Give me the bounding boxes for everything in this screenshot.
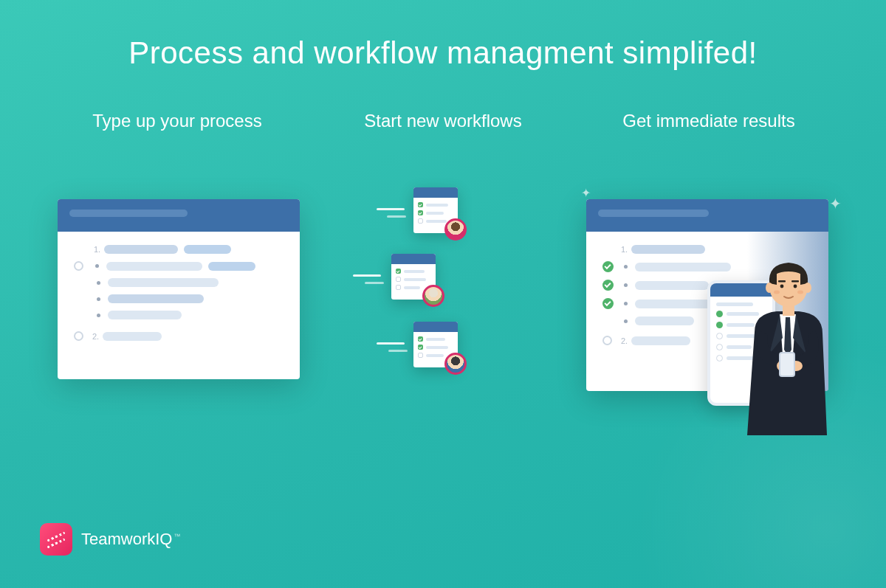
sparkle-icon: ✦ (581, 186, 591, 200)
headline: Process and workflow managment simplifed… (0, 35, 886, 71)
list-number: 1. (621, 245, 631, 254)
svg-point-5 (766, 283, 773, 293)
list-number: 2. (621, 336, 631, 345)
radio-icon (74, 331, 83, 341)
brand-name-part1: Teamwork (81, 530, 155, 548)
check-done-icon (602, 280, 614, 291)
check-done-icon (602, 261, 614, 272)
logo-icon (40, 523, 72, 556)
illustration-stage: 1. 2. (0, 192, 886, 487)
svg-point-8 (794, 285, 797, 288)
check-icon (418, 336, 423, 342)
feature-columns: Type up your process Start new workflows… (0, 111, 886, 131)
svg-rect-9 (778, 280, 786, 283)
sparkle-icon: ✦ (829, 195, 842, 212)
check-icon (396, 269, 401, 274)
motion-line (388, 350, 408, 352)
workflow-card (413, 187, 458, 233)
column-title: Type up your process (44, 111, 310, 131)
column-start-workflows: Start new workflows (310, 111, 576, 131)
avatar-icon (444, 353, 467, 375)
motion-line (377, 208, 405, 210)
column-title: Start new workflows (310, 111, 576, 131)
motion-line (377, 342, 405, 345)
column-title: Get immediate results (576, 111, 842, 131)
check-icon (716, 311, 723, 317)
svg-rect-10 (791, 280, 799, 283)
avatar-icon (422, 285, 444, 307)
brand-name-part2: IQ (155, 530, 172, 548)
svg-point-12 (797, 291, 803, 294)
trademark: ™ (174, 533, 180, 540)
workflow-card (391, 254, 436, 300)
radio-icon (602, 336, 612, 345)
motion-line (387, 215, 406, 218)
card-body: 1. 2. (58, 232, 300, 364)
workflow-card (413, 322, 458, 367)
svg-rect-2 (780, 353, 794, 376)
list-number: 1. (94, 245, 104, 254)
brand-footer: TeamworkIQ™ (40, 523, 180, 556)
check-done-icon (602, 298, 614, 309)
check-icon (418, 210, 423, 215)
businessman-illustration (725, 243, 843, 435)
svg-point-7 (780, 285, 784, 288)
motion-line (365, 282, 384, 284)
logo-text: TeamworkIQ™ (81, 530, 180, 549)
card-header (58, 199, 300, 232)
svg-point-6 (804, 283, 811, 293)
avatar-icon (444, 218, 467, 241)
motion-line (353, 274, 381, 277)
svg-point-11 (774, 291, 780, 294)
check-icon (418, 345, 423, 350)
card-header (586, 199, 828, 232)
check-icon (716, 322, 723, 328)
column-get-results: Get immediate results (576, 111, 842, 131)
column-type-process: Type up your process (44, 111, 310, 131)
list-number: 2. (92, 332, 103, 341)
process-card: 1. 2. (58, 199, 300, 379)
radio-icon (74, 261, 83, 271)
check-icon (418, 202, 423, 207)
